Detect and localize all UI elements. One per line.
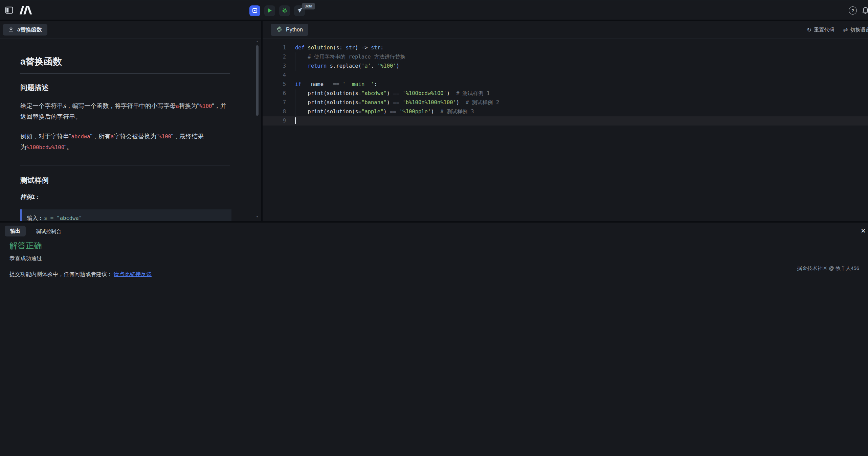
debug-button[interactable] xyxy=(279,5,290,16)
problem-paragraph: 例如，对于字符串"abcdwa"，所有a字符会被替换为"%100"，最终结果为%… xyxy=(20,131,230,153)
editor-actions: ↻ 重置代码 ⇄ 切换语言 xyxy=(807,21,868,39)
feedback-link[interactable]: 请点此链接反馈 xyxy=(114,271,152,277)
close-console-button[interactable]: ✕ xyxy=(859,227,868,235)
marscode-logo xyxy=(18,5,35,15)
community-credit: 掘金技术社区 @ 牧羊人456 xyxy=(797,265,859,272)
code-text: def solution(s: str) -> str: xyxy=(295,43,383,52)
code-line[interactable]: 3 return s.replace('a', '%100') xyxy=(263,62,868,71)
scrollbar: ▲ ▼ xyxy=(255,40,259,219)
line-number: 6 xyxy=(263,89,286,98)
python-icon xyxy=(276,26,283,34)
result-subtitle: 恭喜成功通过 xyxy=(9,255,42,262)
code-text: print(solution(s="banana") == 'b%100n%10… xyxy=(295,98,499,107)
math-var: s xyxy=(63,102,66,109)
console-panel: 输出 调试控制台 ✕ 解答正确 恭喜成功通过 提交功能内测体验中，任何问题或者建… xyxy=(0,223,868,456)
sidebar-toggle-button[interactable] xyxy=(5,6,14,15)
line-number: 3 xyxy=(263,62,286,71)
code-line[interactable]: 2 # 使用字符串的 replace 方法进行替换 xyxy=(263,52,868,62)
help-button[interactable]: ? xyxy=(849,6,857,15)
code-line[interactable]: 4 xyxy=(263,71,868,80)
inline-code: %100 xyxy=(199,103,212,109)
text-run: 给定一个字符串 xyxy=(20,102,63,109)
divider xyxy=(20,165,230,165)
beta-badge: Beta xyxy=(302,3,315,9)
swap-icon: ⇄ xyxy=(843,26,848,33)
line-number: 1 xyxy=(263,43,286,52)
text-run: 字符会被替换为" xyxy=(114,133,158,140)
format-button[interactable] xyxy=(249,5,260,16)
input-label: 输入： xyxy=(27,215,43,221)
text-run: "，所有 xyxy=(90,133,110,140)
inline-code: abcdwa xyxy=(71,134,90,140)
code-text: print(solution(s="apple") == '%100pple')… xyxy=(295,107,474,116)
topbar: Beta ? xyxy=(0,0,868,20)
line-number: 7 xyxy=(263,98,286,107)
inline-code: %100bcdw%100 xyxy=(26,144,64,151)
problem-title-chip[interactable]: a替换函数 xyxy=(3,24,47,36)
feedback-text: 提交功能内测体验中，任何问题或者建议： xyxy=(9,271,112,277)
code-lines: 1def solution(s: str) -> str:2 # 使用字符串的 … xyxy=(263,43,868,126)
sample-input-line: 输入：s = "abcdwa" xyxy=(27,213,226,221)
code-line[interactable]: 9 xyxy=(263,116,868,126)
section-heading-samples: 测试样例 xyxy=(20,176,230,185)
play-icon xyxy=(267,8,272,14)
scroll-down-button[interactable]: ▼ xyxy=(255,215,259,219)
language-chip[interactable]: Python xyxy=(271,24,308,36)
bug-icon xyxy=(281,7,288,15)
download-icon xyxy=(8,26,14,33)
switch-language-label: 切换语言 xyxy=(850,27,868,33)
code-text: print(solution(s="abcdwa") == '%100bcdw%… xyxy=(295,89,490,98)
scrollbar-thumb[interactable] xyxy=(256,45,259,116)
line-number: 5 xyxy=(263,80,286,89)
panel-toggle-icon xyxy=(5,10,13,15)
code-text xyxy=(295,116,296,126)
tab-output[interactable]: 输出 xyxy=(5,226,26,236)
line-number: 8 xyxy=(263,107,286,116)
inline-code: a xyxy=(111,134,114,140)
code-text: if __name__ == '__main__': xyxy=(295,80,377,89)
text-cursor xyxy=(295,117,296,124)
text-run: "。 xyxy=(64,144,72,151)
text-run: 例如，对于字符串" xyxy=(20,133,71,140)
code-line[interactable]: 5if __name__ == '__main__': xyxy=(263,80,868,89)
section-heading-description: 问题描述 xyxy=(20,83,230,92)
problem-title: a替换函数 xyxy=(20,55,230,68)
tab-debug-console[interactable]: 调试控制台 xyxy=(34,226,63,237)
input-value: s = "abcdwa" xyxy=(44,215,82,221)
code-line[interactable]: 7 print(solution(s="banana") == 'b%100n%… xyxy=(263,98,868,107)
problem-content: a替换函数 问题描述 给定一个字符串s，编写一个函数，将字符串中的小写字母a替换… xyxy=(0,39,252,221)
problem-panel-header: a替换函数 xyxy=(0,21,261,39)
notifications-button[interactable] xyxy=(861,6,868,15)
inline-code: %100 xyxy=(159,134,171,140)
line-number: 4 xyxy=(263,71,286,80)
bell-icon xyxy=(861,10,868,15)
paper-plane-icon xyxy=(296,7,303,15)
code-text: # 使用字符串的 replace 方法进行替换 xyxy=(295,52,405,62)
code-text: return s.replace('a', '%100') xyxy=(295,62,399,71)
switch-language-button[interactable]: ⇄ 切换语言 xyxy=(843,26,868,33)
code-line[interactable]: 6 print(solution(s="abcdwa") == '%100bcd… xyxy=(263,89,868,98)
feedback-line: 提交功能内测体验中，任何问题或者建议：请点此链接反馈 xyxy=(9,271,152,278)
text-run: ，编写一个函数，将字符串中的小写字母 xyxy=(66,102,176,109)
reset-code-button[interactable]: ↻ 重置代码 xyxy=(807,26,834,33)
code-line[interactable]: 1def solution(s: str) -> str: xyxy=(263,43,868,52)
code-editor[interactable]: 1def solution(s: str) -> str:2 # 使用字符串的 … xyxy=(263,39,868,221)
reset-code-label: 重置代码 xyxy=(814,27,834,33)
text-run: 替换为" xyxy=(179,102,199,109)
refresh-icon: ↻ xyxy=(807,26,811,33)
code-line[interactable]: 8 print(solution(s="apple") == '%100pple… xyxy=(263,107,868,116)
sample1-label: 样例1 : xyxy=(20,193,230,201)
help-icon: ? xyxy=(851,8,854,13)
square-icon xyxy=(252,8,258,14)
line-number: 9 xyxy=(263,116,286,126)
problem-chip-label: a替换函数 xyxy=(17,26,42,33)
inline-code: a xyxy=(176,103,179,109)
line-number: 2 xyxy=(263,52,286,62)
toolbar: Beta xyxy=(249,5,305,16)
editor-panel: Python ↻ 重置代码 ⇄ 切换语言 1def solution(s: st… xyxy=(263,21,868,221)
problem-panel: a替换函数 a替换函数 问题描述 给定一个字符串s，编写一个函数，将字符串中的小… xyxy=(0,21,261,221)
language-label: Python xyxy=(286,27,303,33)
editor-panel-header: Python ↻ 重置代码 ⇄ 切换语言 xyxy=(263,21,868,39)
run-button[interactable] xyxy=(264,5,275,16)
scroll-up-button[interactable]: ▲ xyxy=(255,40,259,43)
